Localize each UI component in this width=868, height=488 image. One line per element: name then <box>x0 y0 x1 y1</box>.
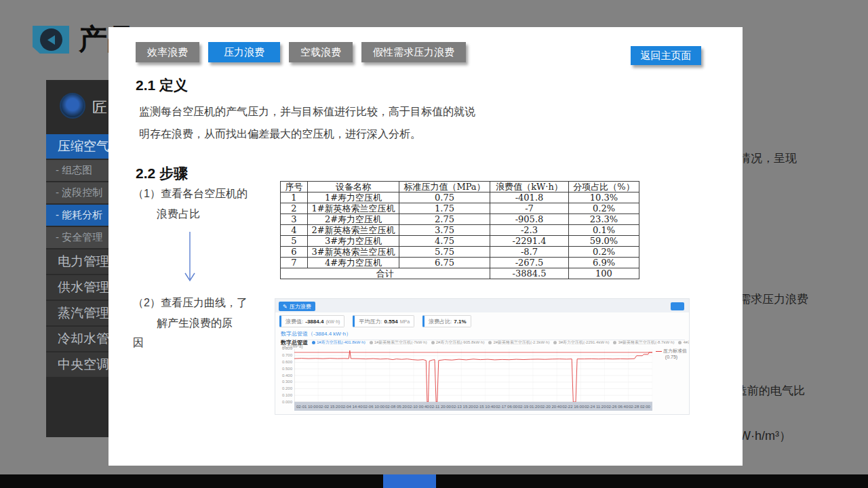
table-total-row: 合计-3884.5100 <box>281 268 639 279</box>
waste-table: 序号设备名称标准压力值（MPa）浪费值（kW·h）分项占比（%）11#寿力空压机… <box>280 181 639 279</box>
table-cell: -267.5 <box>490 258 569 268</box>
background-text-fragment: W·h/m³） <box>739 428 791 444</box>
table-cell: 1#新英格索兰空压机 <box>308 203 399 214</box>
table-cell: 4 <box>281 225 308 236</box>
x-tick: 02-06 10:00 <box>363 405 384 409</box>
background-text-fragment: 需求压力浪费 <box>739 291 808 307</box>
table-cell: 6.9% <box>569 258 639 268</box>
screenshot-corner-button[interactable] <box>671 302 684 310</box>
y-tick: 0.600 <box>275 360 292 364</box>
table-cell: 2 <box>281 203 308 214</box>
stat-label: 平均压力: <box>359 318 382 325</box>
chart-legend: 数字总管道 1#寿力空压机(-401.8kW·h)1#新英格索兰空压机(-7kW… <box>281 339 690 346</box>
table-cell: 100 <box>569 268 639 279</box>
back-triangle-icon <box>47 35 55 45</box>
app-logo-text: 匠 <box>92 98 107 118</box>
x-tick: 02-04 14:40 <box>340 405 362 409</box>
table-cell: 23.3% <box>569 214 639 225</box>
y-tick: 0.400 <box>275 373 292 378</box>
return-main-button[interactable]: 返回主页面 <box>631 46 701 65</box>
table-cell: 6 <box>281 247 308 258</box>
legend-item[interactable]: 2#寿力空压机(-905.8kW·h) <box>431 340 485 346</box>
legend-item[interactable]: 4#寿力空压机(-267.5kW·h) <box>678 340 690 346</box>
table-total-label: 合计 <box>281 268 490 279</box>
table-cell: 4.75 <box>399 236 490 247</box>
y-tick: 0.700 <box>275 353 292 357</box>
table-cell: -7 <box>490 203 569 214</box>
stat-unit: MPa <box>400 319 410 324</box>
table-header-cell: 标准压力值（MPa） <box>399 182 490 192</box>
table-header-row: 序号设备名称标准压力值（MPa）浪费值（kW·h）分项占比（%） <box>281 182 639 192</box>
stat-value: -3884.4 <box>305 319 323 325</box>
stat-row: 浪费值:-3884.4(kW·h)平均压力:0.554MPa浪费占比:7.1% <box>279 315 471 327</box>
x-tick: 02-11 20:00 <box>429 405 451 409</box>
back-icon[interactable] <box>33 26 69 54</box>
legend-dot-icon <box>488 341 492 344</box>
bottom-bar-highlight <box>383 474 436 488</box>
legend-item-label: 2#寿力空压机(-905.8kW·h) <box>436 340 485 346</box>
bottom-bar <box>0 474 868 488</box>
table-cell: 5 <box>281 236 308 247</box>
legend-dot-icon <box>370 341 373 344</box>
y-tick: 0.800 <box>275 346 292 350</box>
tab-3[interactable]: 空载浪费 <box>289 42 353 62</box>
legend-item-label: 4#寿力空压机(-267.5kW·h) <box>683 340 690 346</box>
table-cell: -905.8 <box>490 214 569 225</box>
x-tick: 02-28 02:00 <box>629 405 650 409</box>
table-cell: -401.8 <box>490 192 569 203</box>
red-dash-icon <box>656 351 662 352</box>
table-cell: 3#寿力空压机 <box>308 236 399 247</box>
table-cell: 3.75 <box>399 225 490 236</box>
x-tick: 02-10 00:40 <box>408 405 429 409</box>
x-tick: 02-24 11:20 <box>585 405 606 409</box>
step2-text: 解产生浪费的原 <box>157 317 233 331</box>
x-tick: 02-26 06:40 <box>606 405 628 409</box>
stat-label: 浪费值: <box>285 318 303 325</box>
legend-item[interactable]: 2#新英格索兰空压机(-2.3kW·h) <box>488 340 549 346</box>
legend-item[interactable]: 3#寿力空压机(-2291.4kW·h) <box>553 340 609 346</box>
table-row: 42#新英格索兰空压机3.75-2.30.1% <box>281 225 639 236</box>
legend-item[interactable]: 1#新英格索兰空压机(-7kW·h) <box>370 340 427 346</box>
definition-line-1: 监测每台空压机的产气压力，并与目标值进行比较，高于目标值的就说 <box>139 106 475 117</box>
x-tick: 02-19 01:20 <box>518 405 540 409</box>
legend-item-label: 1#寿力空压机(-401.8kW·h) <box>317 340 366 346</box>
table-cell: 1#寿力空压机 <box>308 192 399 203</box>
table-row: 11#寿力空压机0.75-401.810.3% <box>281 192 639 203</box>
legend-item-label: 3#寿力空压机(-2291.4kW·h) <box>558 340 609 346</box>
table-cell: 1.75 <box>399 203 490 214</box>
tab-2[interactable]: 压力浪费 <box>208 42 280 62</box>
table-header-cell: 分项占比（%） <box>569 182 639 192</box>
legend-dot-icon <box>553 341 557 344</box>
tab-4[interactable]: 假性需求压力浪费 <box>361 42 466 62</box>
down-arrow-icon <box>182 230 198 287</box>
y-tick: 0.200 <box>275 386 292 390</box>
table-cell: -2.3 <box>490 225 569 236</box>
legend-item[interactable]: 1#寿力空压机(-401.8kW·h) <box>312 340 366 346</box>
background-text-fragment: 造前的电气比 <box>736 383 805 399</box>
table-cell: 3#新英格索兰空压机 <box>308 247 399 258</box>
legend-item[interactable]: 3#新英格索兰空压机(-8.7kW·h) <box>613 340 674 346</box>
tab-1[interactable]: 效率浪费 <box>136 42 199 62</box>
embedded-screenshot: ✎ 压力浪费 浪费值:-3884.4(kW·h)平均压力:0.554MPa浪费占… <box>275 298 690 415</box>
background-text-fragment: 情况，呈现 <box>739 150 797 166</box>
pressure-line-chart <box>294 349 652 402</box>
screenshot-header <box>275 299 689 312</box>
x-tick: 02-22 16:00 <box>562 405 584 409</box>
stat-value: 0.554 <box>384 319 398 325</box>
stat-box: 浪费占比:7.1% <box>422 315 471 327</box>
stat-unit: (kW·h) <box>326 319 340 324</box>
table-cell: 0.1% <box>569 225 639 236</box>
table-cell: 0.2% <box>569 203 639 214</box>
table-cell: 1 <box>281 192 308 203</box>
x-axis-ticks[interactable]: 02-01 10:0002-02 15:2002-04 14:4002-06 1… <box>294 402 652 411</box>
screenshot-tab[interactable]: ✎ 压力浪费 <box>279 302 315 311</box>
table-cell: 6.75 <box>399 258 490 268</box>
table-cell: 2#新英格索兰空压机 <box>308 225 399 236</box>
y-axis-ticks: 0.8000.7000.6000.5000.4000.3000.2000.100… <box>275 346 292 404</box>
legend-item-label: 1#新英格索兰空压机(-7kW·h) <box>374 340 427 346</box>
stat-label: 浪费占比: <box>429 318 452 325</box>
legend-item-label: 3#新英格索兰空压机(-8.7kW·h) <box>618 340 674 346</box>
table-cell: 10.3% <box>569 192 639 203</box>
content-panel: 效率浪费压力浪费空载浪费假性需求压力浪费 返回主页面 2.1 定义 监测每台空压… <box>108 27 743 466</box>
table-cell: 4#寿力空压机 <box>308 258 399 268</box>
